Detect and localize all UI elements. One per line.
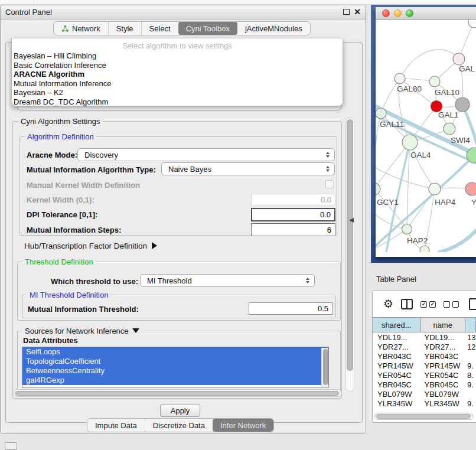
table-cell: YDR27...	[421, 343, 466, 352]
select-all-icon[interactable]: ✓✓	[420, 301, 436, 308]
close-traffic-light-icon[interactable]	[382, 9, 390, 17]
dropdown-item[interactable]: ARACNE Algorithm	[12, 70, 343, 79]
gear-icon[interactable]: ⚙	[383, 298, 393, 310]
table-row[interactable]: YBL079WYBL079W	[373, 390, 476, 399]
table-hscroll-thumb[interactable]	[376, 414, 471, 419]
network-canvas[interactable]: GALGAL80GAL10GAL1GAL11SWI4GAL4GCY1HAP4YH…	[376, 20, 476, 252]
tab-impute-data[interactable]: Impute Data	[87, 419, 145, 432]
column-header[interactable]: name	[421, 318, 466, 332]
settings-vscrollbar[interactable]	[345, 118, 354, 392]
tab-network[interactable]: Network	[54, 22, 108, 35]
tab-jactivemnodules[interactable]: jActiveMNodules	[237, 22, 310, 35]
apply-button[interactable]: Apply	[160, 404, 200, 417]
float-window-icon[interactable]	[343, 9, 350, 15]
data-attributes-list[interactable]: SelfLoopsTopologicalCoefficientBetweenne…	[22, 347, 329, 388]
attribute-item[interactable]: SelfLoops	[22, 347, 328, 357]
sources-toggle[interactable]: Sources for Network Inference	[22, 327, 142, 335]
table-row[interactable]: YLR345WYLR345W9.	[373, 399, 476, 409]
tab-label: Infer Network	[220, 421, 266, 430]
attributes-scrollbar[interactable]	[321, 348, 328, 387]
hscroll-thumb[interactable]	[15, 391, 339, 396]
table-cell: 9.	[465, 399, 476, 409]
which-threshold-combo[interactable]: MI Threshold	[140, 274, 315, 287]
split-columns-icon[interactable]	[401, 299, 413, 309]
table-row[interactable]: YDL19...YDL19...13	[373, 333, 476, 343]
network-node[interactable]	[444, 123, 455, 135]
mouse-cursor	[349, 218, 354, 223]
kernel-width-field[interactable]: 0.0	[251, 194, 335, 206]
table-row[interactable]: YIL052CYIL052C0.	[373, 409, 476, 410]
table-row[interactable]: YBR043CYBR043C	[373, 352, 476, 361]
table-cell: YBL079W	[421, 390, 466, 399]
document-icon[interactable]	[469, 298, 476, 310]
attribute-item[interactable]: TopologicalCoefficient	[22, 357, 328, 366]
aracne-mode-combo[interactable]: Discovery	[77, 148, 335, 161]
mi-type-combo[interactable]: Naive Bayes	[161, 162, 335, 175]
tab-discretize-data[interactable]: Discretize Data	[145, 419, 213, 432]
table-cell: 9.	[465, 361, 476, 371]
dropdown-item[interactable]: Basic Correlation Inference	[12, 61, 343, 70]
dropdown-item[interactable]: Dream8 DC_TDC Algorithm	[12, 97, 343, 107]
tab-label: Impute Data	[95, 421, 137, 430]
tab-label: Style	[116, 24, 133, 33]
node-label: GAL10	[435, 88, 459, 97]
tab-cyni-toolbox[interactable]: Cyni Toolbox	[178, 22, 237, 35]
dropdown-item[interactable]: Mutual Information Inference	[12, 79, 343, 89]
table-row[interactable]: YPR145WYPR145W9.	[373, 361, 476, 371]
network-node[interactable]	[429, 76, 440, 87]
tab-infer-network[interactable]: Infer Network	[213, 419, 273, 432]
tab-select[interactable]: Select	[141, 22, 178, 35]
network-edge	[386, 142, 410, 252]
network-node[interactable]	[395, 73, 405, 84]
network-node[interactable]	[402, 224, 412, 234]
manual-kernel-checkbox[interactable]	[325, 180, 334, 188]
table-cell: YLR345W	[421, 399, 466, 409]
table-cell: YDL19...	[421, 333, 466, 343]
column-header[interactable]: shared...	[373, 318, 421, 332]
table-row[interactable]: YER054CYER054C8.	[373, 371, 476, 380]
network-node[interactable]	[376, 183, 380, 195]
table-toolbar: ⚙ ✓✓	[373, 291, 476, 317]
network-node[interactable]	[376, 108, 386, 119]
zoom-traffic-light-icon[interactable]	[406, 9, 413, 17]
apply-label: Apply	[171, 406, 190, 415]
settings-hscrollbar[interactable]	[14, 389, 342, 397]
network-node[interactable]	[455, 97, 470, 112]
attribute-item[interactable]: gal4RGexp	[22, 376, 328, 385]
table-row[interactable]: YBR045CYBR045C9.	[373, 380, 476, 390]
close-icon[interactable]: ✕	[354, 8, 361, 15]
network-node[interactable]	[465, 182, 476, 195]
hub-definition-toggle[interactable]: Hub/Transcription Factor Definition	[24, 242, 157, 250]
tab-label: Cyni Toolbox	[186, 24, 230, 33]
vscroll-thumb[interactable]	[347, 119, 353, 371]
chevron-down-icon	[132, 328, 139, 333]
dpi-tolerance-field[interactable]: 0.0	[251, 208, 335, 221]
deselect-all-icon[interactable]	[444, 301, 459, 308]
node-label: HAP2	[407, 236, 428, 245]
network-node[interactable]	[468, 20, 476, 28]
network-node[interactable]	[429, 183, 441, 195]
network-node[interactable]	[402, 135, 418, 150]
tab-style[interactable]: Style	[108, 22, 141, 35]
group-title: Algorithm Definition	[25, 132, 96, 141]
table-row[interactable]: YDR27...YDR27...12	[373, 343, 476, 352]
mi-steps-field[interactable]: 6	[251, 223, 335, 236]
node-label: GAL4	[410, 151, 431, 159]
dropdown-item[interactable]: Bayesian – K2	[12, 88, 343, 97]
mi-type-value: Naive Bayes	[168, 165, 211, 174]
dropdown-item[interactable]: Bayesian – Hill Climbing	[12, 51, 343, 61]
network-edge	[381, 79, 400, 113]
network-graph[interactable]: GALGAL80GAL10GAL1GAL11SWI4GAL4GCY1HAP4YH…	[376, 20, 476, 252]
mi-threshold-field[interactable]: 0.5	[249, 302, 332, 315]
network-node[interactable]	[453, 53, 465, 65]
node-label: HAP4	[435, 198, 456, 207]
node-label: GAL1	[438, 110, 459, 119]
minimize-traffic-light-icon[interactable]	[394, 9, 402, 17]
table-hscrollbar[interactable]	[374, 413, 474, 420]
table-cell: YPR145W	[373, 361, 421, 371]
network-view-frame: GALGAL80GAL10GAL1GAL11SWI4GAL4GCY1HAP4YH…	[371, 5, 476, 263]
panel-corner-button[interactable]	[5, 442, 17, 450]
attribute-item[interactable]: BetweennessCentrality	[22, 366, 328, 376]
network-node[interactable]	[420, 246, 429, 252]
column-header[interactable]	[465, 318, 476, 332]
